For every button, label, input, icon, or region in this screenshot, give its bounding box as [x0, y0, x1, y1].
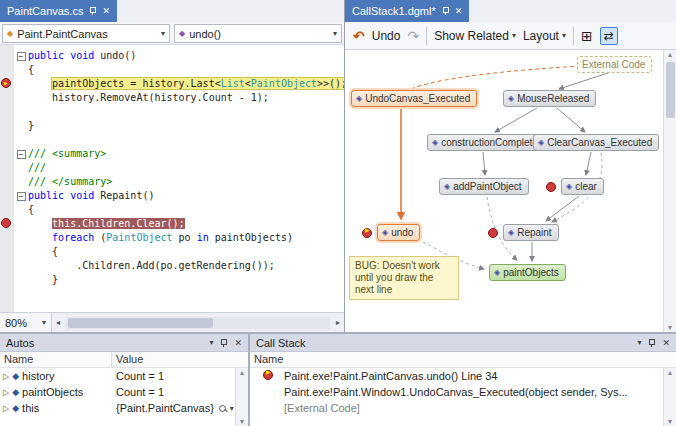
frame-text: [External Code] — [284, 402, 360, 414]
collapse-icon[interactable]: − — [17, 52, 26, 61]
chevron-down-icon: ▾ — [562, 31, 566, 40]
variable-value: Count = 1 — [116, 386, 164, 398]
callstack-frame[interactable]: Paint.exe!Paint.PaintCanvas.undo() Line … — [250, 368, 663, 384]
autos-titlebar[interactable]: Autos ▾ ✕ — [0, 334, 248, 352]
node-label: External Code — [582, 59, 645, 70]
pin-icon[interactable] — [647, 338, 656, 348]
scroll-left-icon[interactable]: ◂ — [52, 318, 64, 327]
autos-row[interactable]: ▷◆paintObjectsCount = 1 — [0, 384, 235, 400]
panel-title-label: Call Stack — [256, 337, 306, 349]
graph-node-clear[interactable]: ◈clear — [561, 178, 604, 195]
callstack-vscrollbar[interactable]: ▲ ▼ — [663, 368, 676, 426]
frame-text: Paint.exe!Paint.PaintCanvas.undo() Line … — [284, 370, 497, 382]
tab-callstack-dgml[interactable]: CallStack1.dgml* ✕ — [345, 0, 469, 22]
type-dropdown[interactable]: ◆ Paint.PaintCanvas ▾ — [2, 24, 170, 43]
graph-vscrollbar[interactable]: ▲ ▼ — [663, 50, 676, 332]
breakpoint-icon[interactable] — [1, 218, 11, 228]
callstack-frame[interactable]: Paint.exe!Paint.Window1.UndoCanvas_Execu… — [250, 384, 663, 400]
scroll-up-icon[interactable]: ▲ — [664, 51, 676, 58]
graph-node-addpaintobject[interactable]: ◈addPaintObject — [439, 178, 529, 195]
graph-node-external-code[interactable]: External Code — [577, 56, 652, 73]
node-label: Repaint — [517, 227, 551, 238]
window-menu-icon[interactable]: ▾ — [637, 338, 641, 347]
current-statement-icon[interactable] — [1, 78, 11, 88]
undo-icon[interactable]: ↶ — [353, 29, 365, 43]
graph-tabbar: CallStack1.dgml* ✕ — [345, 0, 676, 22]
code-editor[interactable]: −public void undo(){ paintObjects = hist… — [0, 45, 344, 312]
tab-paintcanvas[interactable]: PaintCanvas.cs ✕ — [0, 0, 117, 22]
horizontal-scrollbar[interactable] — [66, 317, 330, 329]
callstack-titlebar[interactable]: Call Stack ▾ ✕ — [250, 334, 676, 352]
autos-row[interactable]: ▷◆this{Paint.PaintCanvas}▾ — [0, 400, 235, 416]
scroll-right-icon[interactable]: ▸ — [332, 318, 344, 327]
node-icon: ◈ — [508, 94, 514, 103]
tab-label: CallStack1.dgml* — [352, 5, 436, 17]
graph-node-paintobjects[interactable]: ◈paintObjects — [489, 264, 566, 281]
chevron-down-icon: ▾ — [161, 29, 165, 38]
column-header-name[interactable]: Name — [250, 352, 676, 367]
close-icon[interactable]: ✕ — [662, 338, 670, 348]
graph-node-undocanvas_executed[interactable]: ◈UndoCanvas_Executed — [351, 90, 477, 107]
graph-node-repaint[interactable]: ◈Repaint — [503, 224, 559, 241]
breakpoint-icon — [546, 182, 556, 192]
promote-icon[interactable]: ⊞ — [581, 29, 593, 43]
editor-tabbar: PaintCanvas.cs ✕ — [0, 0, 344, 22]
pin-icon[interactable] — [88, 6, 97, 16]
scroll-up-icon[interactable]: ▲ — [664, 369, 676, 376]
autos-row[interactable]: ▷◆historyCount = 1 — [0, 368, 235, 384]
scroll-up-icon[interactable]: ▲ — [236, 369, 248, 376]
layout-dropdown[interactable]: Layout ▾ — [523, 29, 566, 43]
variable-name: this — [22, 402, 39, 414]
collapse-icon[interactable]: − — [17, 150, 26, 159]
magnifier-icon[interactable] — [219, 405, 226, 412]
graph-node-clearcanvas_executed[interactable]: ◈ClearCanvas_Executed — [533, 134, 659, 151]
pin-icon[interactable] — [441, 6, 450, 16]
graph-toolbar: ↶ Undo ↷ Show Related ▾ Layout ▾ ⊞ ⇄ — [345, 22, 676, 50]
undo-button[interactable]: Undo — [372, 29, 401, 43]
code-line — [0, 105, 344, 119]
current-statement-icon — [362, 228, 372, 238]
node-label: paintObjects — [503, 267, 559, 278]
code-line: paintObjects = history.Last<List<PaintOb… — [0, 77, 344, 91]
graph-node-mousereleased[interactable]: ◈MouseReleased — [503, 90, 596, 107]
variable-name: paintObjects — [22, 386, 83, 398]
callstack-frame[interactable]: [External Code] — [250, 400, 663, 416]
type-dropdown-value: Paint.PaintCanvas — [17, 28, 108, 40]
graph-node-undo[interactable]: ◈undo — [377, 224, 420, 241]
sync-selection-icon[interactable]: ⇄ — [600, 27, 618, 45]
close-icon[interactable]: ✕ — [102, 7, 110, 16]
code-line: −/// <summary> — [0, 147, 344, 161]
expand-icon[interactable]: ▷ — [3, 404, 9, 413]
expand-icon[interactable]: ▷ — [3, 372, 9, 381]
class-icon: ◆ — [7, 29, 13, 38]
scroll-down-icon[interactable]: ▼ — [236, 418, 248, 425]
scroll-down-icon[interactable]: ▼ — [664, 418, 676, 425]
member-dropdown-value: undo() — [189, 28, 221, 40]
redo-icon[interactable]: ↷ — [407, 29, 419, 43]
scrollbar-thumb[interactable] — [68, 318, 213, 328]
close-icon[interactable]: ✕ — [455, 7, 463, 16]
node-label: clear — [575, 181, 597, 192]
window-menu-icon[interactable]: ▾ — [209, 338, 213, 347]
expand-icon[interactable]: ▷ — [3, 388, 9, 397]
chevron-down-icon[interactable]: ▾ — [230, 404, 234, 413]
graph-surface: External Code◈UndoCanvas_Executed◈MouseR… — [345, 50, 676, 332]
column-header-value[interactable]: Value — [112, 352, 248, 367]
autos-vscrollbar[interactable]: ▲ ▼ — [235, 368, 248, 426]
zoom-dropdown[interactable]: 80% ▾ — [0, 313, 52, 332]
close-icon[interactable]: ✕ — [234, 338, 242, 348]
scroll-down-icon[interactable]: ▼ — [664, 324, 676, 331]
graph-node-constructioncomplete[interactable]: ◈constructionComplete — [427, 134, 545, 151]
chevron-down-icon: ▾ — [512, 31, 516, 40]
graph-canvas[interactable]: External Code◈UndoCanvas_Executed◈MouseR… — [345, 50, 663, 332]
code-line: this.Children.Clear(); — [0, 217, 344, 231]
collapse-icon[interactable]: − — [17, 192, 26, 201]
show-related-dropdown[interactable]: Show Related ▾ — [434, 29, 516, 43]
column-header-name[interactable]: Name — [0, 352, 112, 367]
pin-icon[interactable] — [219, 338, 228, 348]
variable-value: {Paint.PaintCanvas} — [116, 402, 214, 414]
scrollbar-thumb[interactable] — [666, 62, 675, 118]
field-icon: ◆ — [12, 387, 19, 397]
panel-title-label: Autos — [6, 337, 34, 349]
member-dropdown[interactable]: ◆ undo() ▾ — [174, 24, 342, 43]
